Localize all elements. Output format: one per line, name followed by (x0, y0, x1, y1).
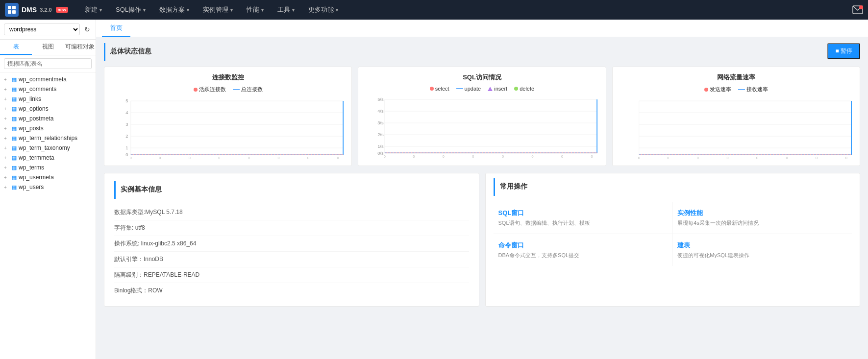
tabs-bar: 首页 (96, 20, 868, 37)
nav-item-tools[interactable]: 工具 ▾ (271, 0, 301, 20)
refresh-icon[interactable]: ↻ (83, 24, 92, 35)
nav-item-more[interactable]: 更多功能 ▾ (301, 0, 345, 20)
network-chart-svg: 0 0 0 0 0 0 0 0 (619, 96, 854, 160)
list-item[interactable]: + ▦ wp_users (0, 182, 96, 192)
list-item[interactable]: + ▦ wp_links (0, 94, 96, 104)
list-item[interactable]: + ▦ wp_term_taxonomy (0, 143, 96, 153)
nav-item-instance-mgmt[interactable]: 实例管理 ▾ (196, 0, 240, 20)
svg-text:5/s: 5/s (377, 97, 384, 102)
db-select[interactable]: wordpress (4, 24, 80, 35)
connection-chart-svg: 5 4 3 2 1 0 0 0 (110, 96, 346, 160)
table-icon: ▦ (12, 86, 17, 93)
info-row-binlog: Binlog格式：ROW (114, 283, 469, 298)
list-item[interactable]: + ▦ wp_terms (0, 163, 96, 172)
ops-cell-sql-window: SQL窗口 SQL语句、数据编辑、执行计划、模板 (494, 202, 673, 234)
svg-rect-3 (12, 10, 16, 14)
svg-text:2: 2 (125, 134, 128, 139)
list-item[interactable]: + ▦ wp_posts (0, 123, 96, 133)
sql-legend: select update insert delete (364, 86, 599, 92)
new-badge: new (56, 7, 69, 13)
chevron-down-icon: ▾ (99, 7, 102, 13)
svg-text:2/s: 2/s (377, 132, 384, 137)
mail-icon[interactable] (852, 5, 863, 14)
svg-text:0: 0 (189, 156, 191, 160)
nav-item-sql[interactable]: SQL操作 ▾ (109, 0, 152, 20)
layout: wordpress ↻ 表 视图 可编程对象 + ▦ wp_commentmet… (0, 20, 868, 359)
svg-text:0: 0 (532, 155, 534, 158)
tab-view[interactable]: 视图 (32, 40, 64, 55)
svg-point-5 (859, 5, 863, 9)
expand-icon: + (4, 165, 10, 170)
list-item[interactable]: + ▦ wp_usermeta (0, 172, 96, 182)
svg-text:3/s: 3/s (377, 120, 384, 125)
create-table-link[interactable]: 建表 (677, 241, 847, 250)
sql-chart-area: 5/s 4/s 3/s 2/s 1/s 0/s 0 0 0 0 (364, 95, 599, 158)
svg-text:0: 0 (307, 156, 309, 160)
instance-info-title: 实例基本信息 (114, 181, 469, 199)
expand-icon: + (4, 116, 10, 121)
connection-chart-area: 5 4 3 2 1 0 0 0 (110, 96, 346, 160)
sql-chart-svg: 5/s 4/s 3/s 2/s 1/s 0/s 0 0 0 0 (364, 95, 599, 158)
table-icon: ▦ (12, 135, 17, 142)
tab-table[interactable]: 表 (0, 40, 32, 55)
app-logo: DMS 3.2.0 new (5, 3, 68, 17)
table-search-input[interactable] (4, 58, 92, 69)
chevron-down-icon: ▾ (336, 7, 338, 13)
app-version: 3.2.0 (40, 7, 51, 13)
legend-active-conn: 活跃连接数 (194, 86, 226, 93)
tab-programmable[interactable]: 可编程对象 (64, 40, 96, 55)
svg-text:3: 3 (125, 122, 128, 127)
svg-text:0: 0 (845, 156, 847, 160)
legend-dot-red (194, 88, 198, 92)
sidebar-search (0, 55, 96, 72)
network-chart-card: 网络流量速率 发送速率 接收速率 (612, 67, 860, 166)
table-icon: ▦ (12, 76, 17, 83)
svg-text:4: 4 (125, 110, 128, 115)
svg-text:0: 0 (667, 156, 669, 160)
main-area: 首页 ■ 暂停 总体状态信息 连接数监控 活跃连接数 (96, 20, 868, 359)
pause-button[interactable]: ■ 暂停 (827, 43, 860, 59)
list-item[interactable]: + ▦ wp_postmeta (0, 114, 96, 123)
legend-select: select (430, 86, 449, 92)
svg-text:0: 0 (638, 156, 640, 160)
svg-text:0: 0 (472, 155, 474, 158)
ops-cell-instance-perf: 实例性能 展现每4s采集一次的最新访问情况 (672, 202, 852, 234)
expand-icon: + (4, 126, 10, 131)
svg-rect-1 (12, 6, 16, 9)
connection-chart-card: 连接数监控 活跃连接数 总连接数 (104, 67, 352, 166)
tab-home[interactable]: 首页 (102, 20, 130, 37)
list-item[interactable]: + ▦ wp_options (0, 104, 96, 114)
network-legend: 发送速率 接收速率 (619, 86, 854, 93)
legend-dash-update (456, 88, 463, 89)
nav-item-new[interactable]: 新建 ▾ (78, 0, 109, 20)
expand-icon: + (4, 77, 10, 82)
bottom-row: 实例基本信息 数据库类型:MySQL 5.7.18 字符集: utf8 操作系统… (104, 173, 860, 307)
svg-text:1: 1 (125, 145, 128, 150)
svg-text:0/s: 0/s (377, 151, 384, 156)
expand-icon: + (4, 155, 10, 161)
list-item[interactable]: + ▦ wp_commentmeta (0, 74, 96, 84)
connection-chart-title: 连接数监控 (110, 73, 346, 82)
svg-text:0: 0 (248, 156, 250, 160)
svg-text:0: 0 (337, 156, 339, 160)
instance-perf-desc: 展现每4s采集一次的最新访问情况 (677, 219, 847, 227)
svg-rect-0 (8, 6, 11, 9)
expand-icon: + (4, 136, 10, 141)
nav-item-data-plan[interactable]: 数据方案 ▾ (152, 0, 196, 20)
list-item[interactable]: + ▦ wp_term_relationships (0, 133, 96, 143)
network-chart-title: 网络流量速率 (619, 73, 854, 82)
cmd-window-link[interactable]: 命令窗口 (498, 241, 668, 250)
create-table-desc: 便捷的可视化MySQL建表操作 (677, 252, 847, 259)
svg-text:0: 0 (726, 156, 728, 160)
ops-grid: SQL窗口 SQL语句、数据编辑、执行计划、模板 实例性能 展现每4s采集一次的… (494, 202, 852, 266)
expand-icon: + (4, 145, 10, 151)
table-icon: ▦ (12, 96, 17, 102)
legend-send-rate: 发送速率 (704, 86, 731, 93)
chevron-down-icon: ▾ (292, 7, 295, 13)
sql-window-link[interactable]: SQL窗口 (498, 209, 668, 217)
svg-text:0: 0 (218, 156, 220, 160)
nav-item-performance[interactable]: 性能 ▾ (240, 0, 271, 20)
list-item[interactable]: + ▦ wp_comments (0, 84, 96, 94)
list-item[interactable]: + ▦ wp_termmeta (0, 153, 96, 163)
instance-perf-link[interactable]: 实例性能 (677, 209, 847, 217)
